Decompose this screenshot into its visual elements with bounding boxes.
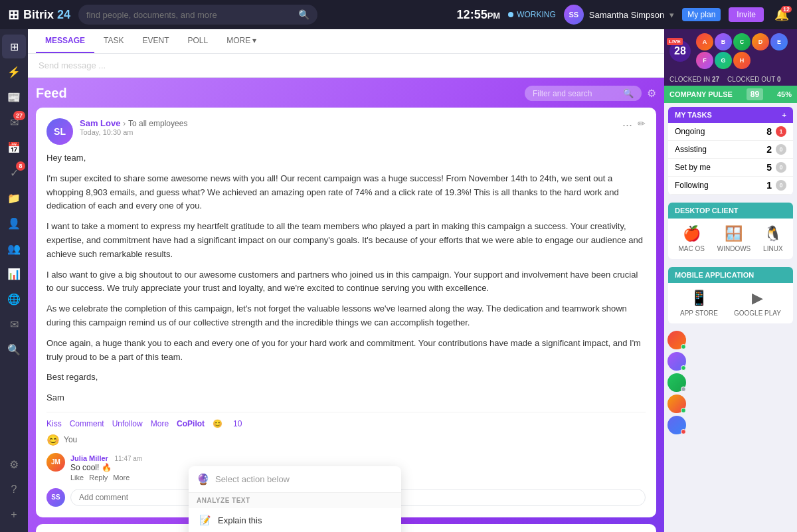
search-input[interactable] xyxy=(86,10,298,20)
task-row-assisting[interactable]: Assisting 2 0 xyxy=(668,141,793,159)
company-pulse[interactable]: COMPANY PULSE 89 45% xyxy=(664,86,797,103)
sidebar-item-calendar[interactable]: 📅 xyxy=(2,135,26,159)
clocked-out-label: CLOCKED OUT 0 xyxy=(727,76,780,83)
sidebar-item-search[interactable]: 🔍 xyxy=(2,337,26,361)
unfollow-action[interactable]: Unfollow xyxy=(112,419,143,428)
sidebar-item-settings[interactable]: ⚙ xyxy=(2,452,26,476)
invite-button[interactable]: Invite xyxy=(729,7,764,22)
sidebar-item-home[interactable]: ⊞ xyxy=(2,35,26,58)
post-paragraph-2: I'm super excited to share some awesome … xyxy=(46,172,646,213)
feed-header: Feed 🔍 ⚙ xyxy=(36,86,656,101)
post-header: SL Sam Love › To all employees Today, 10… xyxy=(46,118,646,145)
sidebar-item-help[interactable]: ? xyxy=(2,478,26,501)
task-badge-following: 0 xyxy=(776,180,786,191)
sidebar-item-tasks[interactable]: ✓ 8 xyxy=(2,161,26,185)
post-recipient: To all employees xyxy=(128,119,187,128)
work-status[interactable]: WORKING xyxy=(508,10,556,19)
topbar: ⊞ Bitrix 24 🔍 12:55PM WORKING SS Samanth… xyxy=(0,0,797,29)
online-users-strip xyxy=(664,327,797,438)
feed-settings-icon[interactable]: ⚙ xyxy=(647,87,656,100)
online-user-1[interactable] xyxy=(667,331,686,349)
sidebar-item-email[interactable]: ✉ xyxy=(2,312,26,336)
task-count-following: 1 xyxy=(766,180,772,191)
desktop-client-panel: DESKTOP CLIENT 🍎 MAC OS 🪟 WINDOWS 🐧 LINU… xyxy=(668,203,793,259)
my-tasks-add-icon[interactable]: + xyxy=(782,111,786,119)
comment-like[interactable]: Like xyxy=(70,474,84,482)
task-badge-assisting: 0 xyxy=(776,144,786,155)
post-author-avatar: SL xyxy=(46,118,73,145)
post-edit-icon[interactable]: ✏ xyxy=(638,118,646,132)
comment-content: Julia Miller 11:47 am So cool! 🔥 Like Re… xyxy=(70,453,142,482)
desktop-linux[interactable]: 🐧 LINUX xyxy=(763,225,782,252)
live-avatar-4: D xyxy=(752,33,769,50)
compose-input[interactable]: Send message ... xyxy=(28,54,664,77)
sidebar-item-activity[interactable]: ⚡ xyxy=(2,60,26,84)
task-row-ongoing[interactable]: Ongoing 8 1 xyxy=(668,123,793,141)
user-status-dot-2 xyxy=(681,365,686,371)
user-status-dot-5 xyxy=(681,429,686,434)
post-paragraph-3: I want to take a moment to express my he… xyxy=(46,220,646,261)
search-icon: 🔍 xyxy=(298,9,310,20)
my-plan-button[interactable]: My plan xyxy=(682,8,721,21)
desktop-icons: 🍎 MAC OS 🪟 WINDOWS 🐧 LINUX xyxy=(668,219,793,259)
task-label-ongoing: Ongoing xyxy=(675,127,705,136)
sidebar-item-crm[interactable]: 👤 xyxy=(2,211,26,235)
copilot-explain[interactable]: 📝 Explain this xyxy=(189,508,401,532)
comment-author: Julia Miller xyxy=(70,454,108,462)
user-status-dot-1 xyxy=(681,344,686,349)
reaction-emoji: 😊 xyxy=(213,419,222,428)
tab-message[interactable]: MESSAGE xyxy=(36,29,94,53)
desktop-mac[interactable]: 🍎 MAC OS xyxy=(678,225,704,252)
post-more-icon[interactable]: ··· xyxy=(622,118,632,132)
google-play-label: GOOGLE PLAY xyxy=(734,310,781,317)
sidebar-item-contacts[interactable]: 👥 xyxy=(2,236,26,260)
sidebar-item-feed[interactable]: 📰 xyxy=(2,85,26,109)
comment-action[interactable]: Comment xyxy=(70,419,104,428)
tab-more[interactable]: MORE▾ xyxy=(217,29,266,53)
comment-more[interactable]: More xyxy=(113,474,130,482)
copilot-search-input[interactable] xyxy=(215,474,393,484)
kiss-action[interactable]: Kiss xyxy=(46,419,62,428)
comment-avatar: JM xyxy=(46,453,65,472)
task-row-setbyme[interactable]: Set by me 5 0 xyxy=(668,159,793,177)
post-paragraph-8: Sam xyxy=(46,391,646,405)
google-play-button[interactable]: ▶ GOOGLE PLAY xyxy=(734,290,781,317)
add-comment-avatar: SS xyxy=(46,488,65,507)
sidebar-item-add[interactable]: + xyxy=(2,503,26,527)
live-counter: LIVE 28 A B C D E F G H xyxy=(664,29,797,73)
more-action[interactable]: More xyxy=(151,419,169,428)
app-store-button[interactable]: 📱 APP STORE xyxy=(680,290,718,317)
tab-poll[interactable]: POLL xyxy=(178,29,217,53)
sidebar-item-drive[interactable]: 📁 xyxy=(2,186,26,210)
tab-event[interactable]: EVENT xyxy=(133,29,178,53)
global-search[interactable]: 🔍 xyxy=(78,5,317,25)
user-status-dot-3 xyxy=(681,387,686,392)
task-label-assisting: Assisting xyxy=(675,145,707,154)
right-sidebar: LIVE 28 A B C D E F G H CLOCKED IN 27 CL… xyxy=(664,29,797,532)
desktop-windows[interactable]: 🪟 WINDOWS xyxy=(717,225,751,252)
tab-task[interactable]: TASK xyxy=(94,29,133,53)
online-user-4[interactable] xyxy=(667,395,686,413)
my-tasks-panel: MY TASKS + Ongoing 8 1 Assisting 2 0 Set… xyxy=(668,107,793,195)
feed-search[interactable]: 🔍 xyxy=(525,86,642,101)
post-card: SL Sam Love › To all employees Today, 10… xyxy=(36,108,656,517)
comment-reply[interactable]: Reply xyxy=(89,474,108,482)
task-row-following[interactable]: Following 1 0 xyxy=(668,177,793,195)
online-user-3[interactable] xyxy=(667,373,686,392)
live-avatar-8: H xyxy=(733,52,751,69)
post-author-name: Sam Love xyxy=(80,118,120,128)
messenger-badge: 27 xyxy=(13,111,25,120)
sidebar-item-sites[interactable]: 🌐 xyxy=(2,287,26,311)
comment-time: 11:47 am xyxy=(114,455,142,462)
user-profile[interactable]: SS Samantha Simpson ▾ xyxy=(564,5,674,25)
feed-search-input[interactable] xyxy=(533,89,619,98)
notifications-icon[interactable]: 🔔 12 xyxy=(774,7,789,22)
task-count-setbyme: 5 xyxy=(766,162,772,173)
live-avatar-1: A xyxy=(696,33,713,50)
sidebar-item-projects[interactable]: 📊 xyxy=(2,262,26,286)
online-user-5[interactable] xyxy=(667,416,686,434)
copilot-action[interactable]: CoPilot xyxy=(177,419,205,428)
online-user-2[interactable] xyxy=(667,352,686,371)
sidebar-item-messenger[interactable]: ✉ 27 xyxy=(2,110,26,134)
content-area: MESSAGE TASK EVENT POLL MORE▾ Send messa… xyxy=(28,29,664,532)
